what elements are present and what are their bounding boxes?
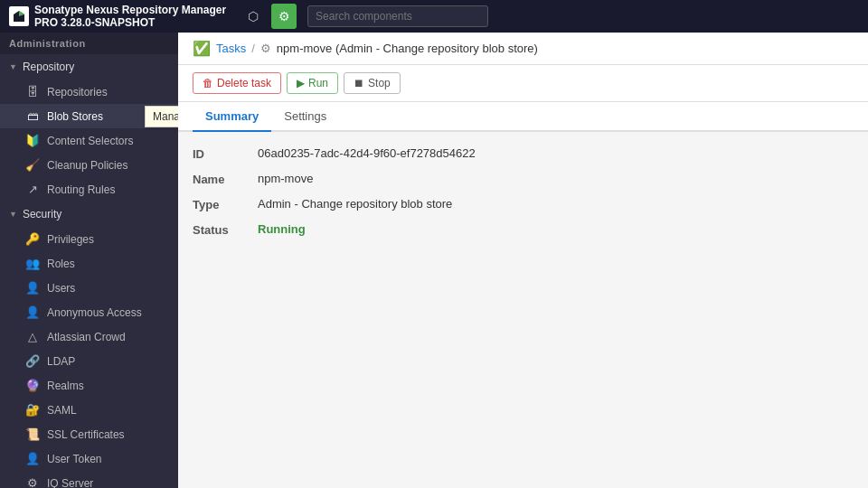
atlassian-crowd-icon: △ — [25, 330, 40, 343]
sidebar-item-saml[interactable]: 🔐 SAML — [0, 398, 178, 422]
anonymous-access-icon: 👤 — [25, 305, 40, 319]
sidebar-item-label: SSL Certificates — [47, 428, 125, 441]
sidebar-item-atlassian-crowd[interactable]: △ Atlassian Crowd — [0, 324, 178, 349]
breadcrumb-current: npm-move (Admin - Change repository blob… — [277, 42, 538, 55]
stop-button[interactable]: ⏹ Stop — [344, 72, 401, 94]
sidebar-item-realms[interactable]: 🔮 Realms — [0, 373, 178, 398]
topbar-icons: ⬡ ⚙ — [241, 4, 297, 29]
tab-summary-label: Summary — [205, 109, 259, 123]
sidebar-item-label: LDAP — [47, 355, 75, 368]
sidebar: Administration ▼ Repository 🗄 Repositori… — [0, 33, 178, 488]
sidebar-item-routing-rules[interactable]: ↗ Routing Rules — [0, 177, 178, 202]
security-group-label: Security — [23, 208, 61, 221]
sidebar-item-blob-stores[interactable]: 🗃 Blob Stores Manage blob stores — [0, 104, 178, 128]
iq-server-icon: ⚙ — [25, 476, 40, 488]
sidebar-item-label: Repositories — [47, 86, 108, 99]
delete-task-label: Delete task — [217, 77, 271, 89]
topbar: Sonatype Nexus Repository Manager PRO 3.… — [0, 0, 868, 33]
type-value: Admin - Change repository blob store — [258, 197, 452, 211]
name-label: Name — [193, 172, 247, 186]
ssl-icon: 📜 — [25, 427, 40, 441]
main-content: ✅ Tasks / ⚙ npm-move (Admin - Change rep… — [178, 33, 868, 488]
caret-down-icon: ▼ — [9, 62, 17, 71]
sidebar-group-security-header[interactable]: ▼ Security — [0, 202, 178, 227]
sidebar-item-repositories[interactable]: 🗄 Repositories — [0, 80, 178, 104]
field-status-row: Status Running — [193, 222, 854, 237]
run-button[interactable]: ▶ Run — [287, 72, 338, 94]
sidebar-item-label: IQ Server — [47, 477, 93, 489]
saml-icon: 🔐 — [25, 403, 40, 417]
stop-icon: ⏹ — [354, 77, 364, 89]
sidebar-item-content-selectors[interactable]: 🔰 Content Selectors — [0, 128, 178, 153]
layout: Administration ▼ Repository 🗄 Repositori… — [0, 33, 868, 488]
field-name-row: Name npm-move — [193, 172, 854, 186]
realms-icon: 🔮 — [25, 379, 40, 392]
sidebar-item-user-token[interactable]: 👤 User Token — [0, 446, 178, 471]
sidebar-item-iq-server[interactable]: ⚙ IQ Server — [0, 471, 178, 488]
ldap-icon: 🔗 — [25, 354, 40, 368]
breadcrumb-task-icon: ⚙ — [260, 42, 271, 55]
cleanup-policies-icon: 🧹 — [25, 158, 40, 172]
sidebar-item-label: Users — [47, 282, 75, 295]
trash-icon: 🗑 — [203, 77, 213, 89]
sidebar-item-label: Privileges — [47, 233, 94, 246]
user-token-icon: 👤 — [25, 452, 40, 465]
id-label: ID — [193, 146, 247, 161]
sidebar-group-repository-header[interactable]: ▼ Repository — [0, 54, 178, 80]
name-value: npm-move — [258, 172, 313, 185]
tab-summary[interactable]: Summary — [193, 102, 271, 132]
sidebar-item-label: Anonymous Access — [47, 306, 142, 319]
logo-icon — [9, 6, 29, 26]
search-area — [307, 5, 859, 27]
sidebar-item-privileges[interactable]: 🔑 Privileges — [0, 227, 178, 251]
users-icon: 👤 — [25, 281, 40, 295]
sidebar-item-label: Cleanup Policies — [47, 159, 127, 172]
stop-label: Stop — [368, 77, 391, 89]
gear-icon-btn[interactable]: ⚙ — [271, 4, 297, 29]
sidebar-group-repository: ▼ Repository 🗄 Repositories 🗃 Blob Store… — [0, 54, 178, 202]
blob-stores-icon: 🗃 — [25, 109, 40, 123]
privileges-icon: 🔑 — [25, 232, 40, 246]
run-icon: ▶ — [297, 77, 305, 89]
tabs: Summary Settings — [178, 102, 868, 132]
breadcrumb: ✅ Tasks / ⚙ npm-move (Admin - Change rep… — [178, 33, 868, 65]
version-text: PRO 3.28.0-SNAPSHOT — [34, 16, 226, 29]
type-label: Type — [193, 197, 247, 211]
run-label: Run — [308, 77, 328, 89]
sidebar-item-label: Content Selectors — [47, 135, 133, 147]
field-type-row: Type Admin - Change repository blob stor… — [193, 197, 854, 211]
tab-settings[interactable]: Settings — [271, 102, 339, 132]
sidebar-item-label: Blob Stores — [47, 110, 103, 123]
sidebar-item-label: SAML — [47, 404, 77, 417]
sidebar-item-roles[interactable]: 👥 Roles — [0, 251, 178, 276]
product-name: Sonatype Nexus Repository Manager — [34, 4, 226, 16]
search-input[interactable] — [307, 5, 488, 27]
sidebar-item-ldap[interactable]: 🔗 LDAP — [0, 349, 178, 373]
logo: Sonatype Nexus Repository Manager PRO 3.… — [9, 4, 226, 29]
logo-text: Sonatype Nexus Repository Manager PRO 3.… — [34, 4, 226, 29]
roles-icon: 👥 — [25, 257, 40, 270]
blob-stores-tooltip: Manage blob stores — [145, 106, 178, 127]
sidebar-item-users[interactable]: 👤 Users — [0, 276, 178, 300]
sidebar-item-label: Roles — [47, 258, 75, 270]
toolbar: 🗑 Delete task ▶ Run ⏹ Stop — [178, 65, 868, 102]
caret-down-icon: ▼ — [9, 210, 17, 219]
content-selectors-icon: 🔰 — [25, 134, 40, 147]
delete-task-button[interactable]: 🗑 Delete task — [193, 72, 281, 94]
sidebar-item-label: User Token — [47, 453, 101, 465]
sidebar-item-label: Realms — [47, 380, 84, 392]
task-summary-content: ID 06ad0235-7adc-42d4-9f60-ef7278d54622 … — [178, 132, 868, 488]
breadcrumb-tasks-link[interactable]: Tasks — [216, 42, 246, 55]
cube-icon-btn[interactable]: ⬡ — [241, 4, 266, 29]
routing-rules-icon: ↗ — [25, 183, 40, 196]
tab-settings-label: Settings — [284, 109, 326, 123]
admin-header: Administration — [0, 33, 178, 54]
sidebar-item-ssl-certificates[interactable]: 📜 SSL Certificates — [0, 422, 178, 446]
sidebar-item-anonymous-access[interactable]: 👤 Anonymous Access — [0, 300, 178, 324]
repositories-icon: 🗄 — [25, 85, 40, 99]
sidebar-item-label: Atlassian Crowd — [47, 331, 126, 343]
field-id-row: ID 06ad0235-7adc-42d4-9f60-ef7278d54622 — [193, 146, 854, 161]
tasks-icon: ✅ — [193, 40, 211, 57]
sidebar-item-cleanup-policies[interactable]: 🧹 Cleanup Policies — [0, 153, 178, 177]
status-label: Status — [193, 222, 247, 237]
